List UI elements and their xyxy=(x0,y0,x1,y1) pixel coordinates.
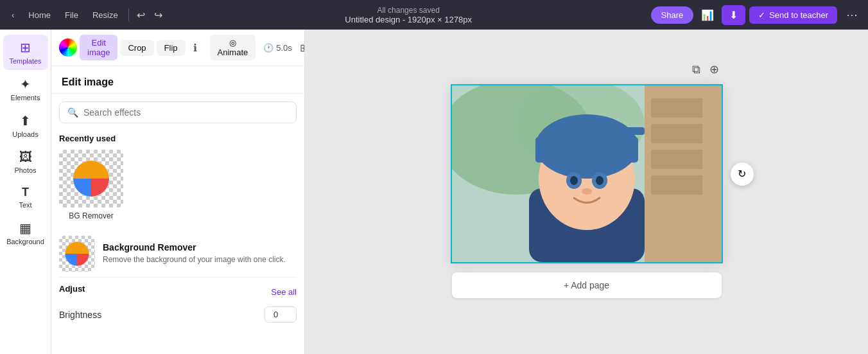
undo-redo-nav: ↩ ↪ xyxy=(133,6,166,24)
send-to-teacher-button[interactable]: ✓ Send to teacher xyxy=(749,6,837,24)
check-circle-icon: ✓ xyxy=(758,10,765,20)
search-icon: 🔍 xyxy=(67,107,78,118)
edit-image-button[interactable]: Edit image xyxy=(80,35,117,60)
more-options-button[interactable]: ⋯ xyxy=(841,5,863,24)
analytics-button[interactable]: 📊 xyxy=(697,6,718,24)
sidebar-item-label-uploads: Uploads xyxy=(12,130,38,138)
send-teacher-label: Send to teacher xyxy=(769,10,828,20)
canvas-image xyxy=(452,85,722,262)
sidebar-item-label-templates: Templates xyxy=(9,57,41,65)
search-input[interactable] xyxy=(83,107,288,118)
image-toolbar: Edit image Crop Flip ℹ ◎ Animate 🕐 5.0s … xyxy=(51,30,304,66)
uploads-icon: ⬆ xyxy=(20,113,31,128)
resize-button[interactable]: Resize xyxy=(86,8,125,22)
back-button[interactable]: ‹ xyxy=(5,8,21,22)
time-value: 5.0s xyxy=(276,43,292,53)
adjust-header: Adjust See all xyxy=(59,284,297,300)
grid-icon-btn[interactable]: ⊞ xyxy=(295,39,305,57)
time-display: 🕐 5.0s xyxy=(263,43,292,53)
text-icon: T xyxy=(22,186,29,199)
download-button[interactable]: ⬇ xyxy=(722,5,745,25)
undo-button[interactable]: ↩ xyxy=(133,6,149,24)
clock-icon: 🕐 xyxy=(263,43,273,53)
panel-title: Edit image xyxy=(62,76,294,88)
bg-remover-thumb xyxy=(59,236,95,272)
animate-label: Animate xyxy=(218,48,248,57)
brightness-input[interactable] xyxy=(265,306,297,323)
canvas-frame[interactable] xyxy=(452,85,722,262)
effect-label-bg-remover: BG Remover xyxy=(69,211,113,220)
bg-remover-title: Background Remover xyxy=(103,242,297,252)
search-bar: 🔍 xyxy=(59,102,297,123)
topbar-left: ‹ Home File Resize ↩ ↪ xyxy=(5,6,166,24)
main-layout: ⊞ Templates ✦ Elements ⬆ Uploads 🖼 Photo… xyxy=(0,30,868,354)
bg-remover-ball-svg xyxy=(64,241,90,267)
file-button[interactable]: File xyxy=(58,8,85,22)
edit-image-panel: Edit image Crop Flip ℹ ◎ Animate 🕐 5.0s … xyxy=(51,30,305,354)
sidebar-item-uploads[interactable]: ⬆ Uploads xyxy=(3,108,48,143)
brightness-label: Brightness xyxy=(59,310,101,320)
flip-button[interactable]: Flip xyxy=(157,40,186,56)
recently-used-title: Recently used xyxy=(59,134,297,143)
share-button[interactable]: Share xyxy=(651,6,694,24)
animate-icon: ◎ xyxy=(229,38,236,48)
svg-rect-13 xyxy=(535,137,638,163)
sidebar-item-label-photos: Photos xyxy=(14,166,36,174)
sidebar-item-label-background: Background xyxy=(6,238,44,245)
home-button[interactable]: Home xyxy=(22,8,57,22)
save-status: All changes saved xyxy=(377,6,439,15)
elements-icon: ✦ xyxy=(20,76,31,92)
sidebar-item-photos[interactable]: 🖼 Photos xyxy=(3,145,48,179)
animate-button[interactable]: ◎ Animate xyxy=(210,35,256,60)
adjust-title: Adjust xyxy=(59,284,85,294)
effect-thumb-bg-remover xyxy=(59,150,123,208)
topbar-center: All changes saved Untitled design - 1920… xyxy=(169,6,648,24)
bg-remover-desc: Remove the background of your image with… xyxy=(103,254,297,265)
svg-point-17 xyxy=(570,176,578,185)
sidebar-item-elements[interactable]: ✦ Elements xyxy=(3,71,48,107)
panel-header: Edit image xyxy=(51,66,304,94)
see-all-button[interactable]: See all xyxy=(271,287,297,297)
sidebar-item-templates[interactable]: ⊞ Templates xyxy=(3,35,48,70)
canvas-top-icons: ⧉ ⊕ xyxy=(690,60,722,79)
topbar: ‹ Home File Resize ↩ ↪ All changes saved… xyxy=(0,0,868,30)
add-canvas-button[interactable]: ⊕ xyxy=(707,60,722,79)
refresh-button[interactable]: ↻ xyxy=(731,163,754,186)
duplicate-canvas-button[interactable]: ⧉ xyxy=(690,60,703,79)
canvas-area: ⧉ ⊕ xyxy=(305,30,868,354)
topbar-divider xyxy=(128,8,129,21)
sidebar-item-background[interactable]: ▦ Background xyxy=(3,215,48,251)
info-button[interactable]: ℹ xyxy=(188,39,202,57)
recently-used-grid: BG Remover xyxy=(59,150,297,220)
svg-rect-4 xyxy=(651,98,702,118)
background-icon: ▦ xyxy=(19,220,31,236)
design-title: Untitled design - 1920px × 1278px xyxy=(345,15,472,24)
beach-ball-svg xyxy=(72,159,110,198)
topbar-right: Share 📊 ⬇ ✓ Send to teacher ⋯ xyxy=(651,5,864,25)
svg-rect-5 xyxy=(651,124,702,143)
photos-icon: 🖼 xyxy=(19,150,32,164)
panel-scroll[interactable]: 🔍 Recently used xyxy=(51,94,304,354)
sidebar-item-text[interactable]: T Text xyxy=(3,181,48,214)
bg-remover-info: Background Remover Remove the background… xyxy=(103,242,297,265)
color-swatch[interactable] xyxy=(59,39,77,57)
sidebar-item-label-text: Text xyxy=(19,201,31,209)
sidebar-item-label-elements: Elements xyxy=(11,94,40,102)
crop-button[interactable]: Crop xyxy=(120,40,153,56)
redo-button[interactable]: ↪ xyxy=(150,6,166,24)
sidebar: ⊞ Templates ✦ Elements ⬆ Uploads 🖼 Photo… xyxy=(0,30,51,354)
brightness-row: Brightness xyxy=(59,306,297,323)
svg-rect-7 xyxy=(651,175,702,195)
add-page-bar[interactable]: + Add page xyxy=(452,272,722,298)
templates-icon: ⊞ xyxy=(20,40,31,55)
svg-point-19 xyxy=(582,188,592,195)
svg-rect-6 xyxy=(651,150,702,169)
bg-remover-row[interactable]: Background Remover Remove the background… xyxy=(59,231,297,278)
effect-card-bg-remover[interactable]: BG Remover xyxy=(59,150,123,220)
canvas-wrapper: ⧉ ⊕ xyxy=(452,85,722,262)
svg-rect-14 xyxy=(612,127,645,135)
svg-point-18 xyxy=(596,176,603,185)
